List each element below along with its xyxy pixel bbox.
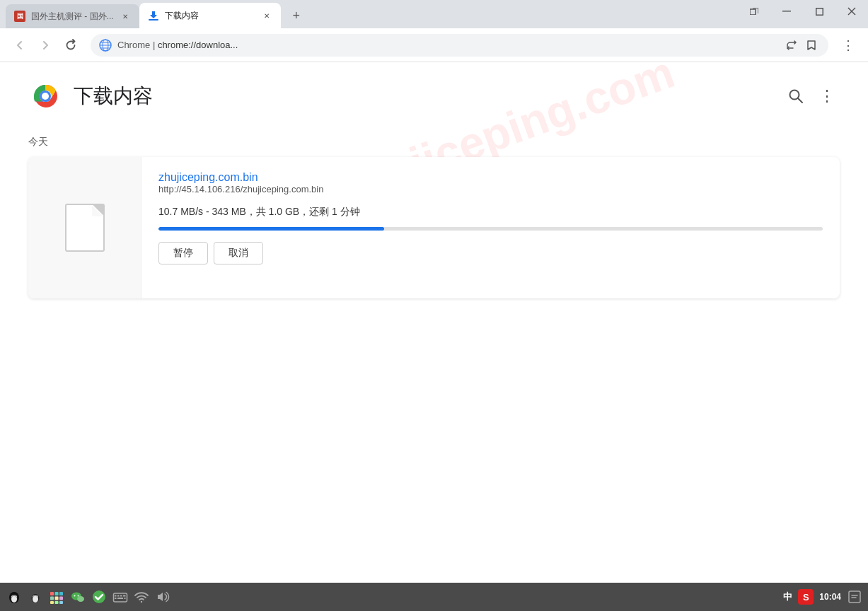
tab-close-2[interactable]: ✕ (261, 10, 272, 21)
svg-point-42 (74, 595, 76, 597)
svg-rect-37 (50, 601, 54, 604)
svg-rect-39 (59, 601, 63, 604)
svg-rect-36 (59, 597, 63, 600)
tab-favicon-2 (148, 10, 159, 21)
svg-rect-32 (55, 592, 59, 595)
svg-point-53 (141, 601, 142, 603)
taskbar-left (6, 588, 783, 605)
share-button[interactable] (783, 37, 800, 54)
svg-point-29 (33, 596, 34, 597)
page-actions: ⋮ (783, 83, 840, 109)
tab-close-1[interactable]: ✕ (120, 11, 131, 22)
maximize-button[interactable] (803, 0, 835, 23)
qq-icon-2[interactable] (27, 588, 44, 605)
notification-button[interactable] (847, 589, 862, 605)
progress-bar-fill (158, 227, 384, 231)
search-button[interactable] (783, 83, 809, 109)
pause-button[interactable]: 暂停 (158, 242, 208, 264)
window-controls (738, 0, 868, 23)
tab-active-2[interactable]: 下载内容 ✕ (139, 3, 281, 28)
new-tab-button[interactable]: + (287, 6, 306, 25)
svg-rect-54 (849, 591, 860, 603)
tab-favicon-1: 国 (14, 11, 25, 22)
title-bar: 国 国外主机测评 - 国外... ✕ 下载内容 ✕ + (0, 0, 868, 28)
svg-point-43 (78, 595, 79, 597)
download-url: http://45.14.106.216/zhujiceping.com.bin (158, 184, 823, 194)
page-title: 下载内容 (74, 83, 153, 110)
more-options-button[interactable]: ⋮ (814, 83, 840, 109)
svg-rect-51 (117, 598, 123, 599)
site-icon (99, 39, 112, 52)
page-content: zhujiceping.com 下载内容 (0, 62, 868, 583)
svg-rect-34 (50, 597, 54, 600)
progress-bar-container (158, 227, 823, 231)
check-icon[interactable] (91, 588, 108, 605)
tab-label-2: 下载内容 (165, 10, 255, 22)
download-card-left (28, 157, 141, 298)
download-filename[interactable]: zhujiceping.com.bin (158, 171, 258, 183)
page-title-area: 下载内容 (28, 79, 783, 113)
back-button[interactable] (8, 34, 31, 57)
sogou-icon[interactable]: S (798, 589, 814, 605)
svg-rect-33 (59, 592, 63, 595)
svg-rect-38 (55, 601, 59, 604)
download-actions: 暂停 取消 (158, 242, 823, 264)
forward-button[interactable] (34, 34, 57, 57)
download-card-right: zhujiceping.com.bin http://45.14.106.216… (141, 157, 840, 298)
wechat-icon[interactable] (69, 588, 86, 605)
svg-rect-46 (115, 595, 117, 597)
language-indicator[interactable]: 中 (783, 590, 792, 603)
file-icon (65, 204, 105, 252)
svg-rect-49 (123, 595, 126, 597)
download-status: 10.7 MB/s - 343 MB，共 1.0 GB，还剩 1 分钟 (158, 206, 823, 219)
svg-point-41 (77, 596, 84, 602)
svg-line-16 (798, 98, 802, 103)
taskbar: 中 S 10:04 (0, 583, 868, 611)
chrome-logo (28, 79, 62, 113)
svg-point-23 (12, 596, 13, 597)
taskbar-right: 中 S 10:04 (783, 589, 862, 605)
keyboard-icon[interactable] (112, 588, 129, 605)
address-bar-actions (783, 37, 820, 54)
section-today: 今天 (28, 136, 840, 149)
refresh-button[interactable] (59, 34, 82, 57)
svg-rect-50 (115, 598, 117, 599)
svg-rect-52 (125, 598, 126, 599)
minimize-button[interactable] (770, 0, 803, 23)
svg-rect-48 (120, 595, 122, 597)
browser-more-button[interactable]: ⋮ (837, 34, 860, 57)
nav-bar: Chrome | chrome://downloa... ⋮ (0, 28, 868, 62)
volume-icon[interactable] (154, 588, 171, 605)
svg-rect-47 (117, 595, 120, 597)
taskbar-time: 10:04 (819, 592, 841, 602)
cancel-button[interactable]: 取消 (214, 242, 263, 264)
svg-rect-31 (50, 592, 54, 595)
svg-point-24 (16, 596, 16, 597)
svg-point-44 (93, 590, 105, 603)
wifi-icon[interactable] (133, 588, 150, 605)
download-card: zhujiceping.com.bin http://45.14.106.216… (28, 157, 840, 298)
close-button[interactable] (835, 0, 868, 23)
tab-inactive-1[interactable]: 国 国外主机测评 - 国外... ✕ (6, 4, 139, 28)
svg-rect-3 (816, 8, 823, 15)
paint-icon[interactable] (48, 588, 65, 605)
svg-point-30 (37, 596, 37, 597)
address-text: Chrome | chrome://downloa... (117, 40, 777, 50)
svg-point-14 (42, 93, 49, 100)
qq-icon-1[interactable] (6, 588, 23, 605)
svg-rect-2 (782, 11, 791, 12)
address-bar[interactable]: Chrome | chrome://downloa... (91, 34, 828, 57)
svg-rect-1 (750, 9, 756, 15)
cascade-button[interactable] (738, 0, 770, 23)
tab-label-1: 国外主机测评 - 国外... (31, 11, 114, 23)
svg-rect-0 (149, 19, 158, 21)
bookmark-button[interactable] (803, 37, 820, 54)
svg-rect-35 (55, 597, 59, 600)
page-header: 下载内容 ⋮ (28, 79, 840, 113)
